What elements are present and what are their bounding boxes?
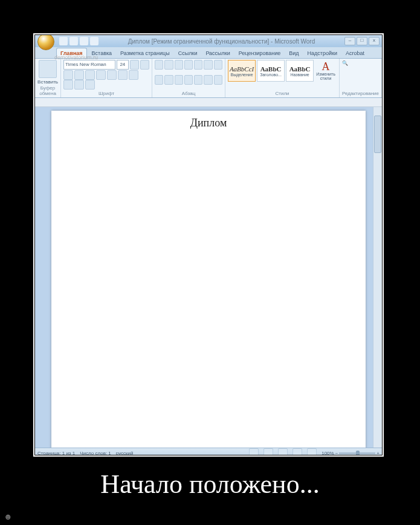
window-title: Диплом [Режим ограниченной функционально… <box>99 38 344 45</box>
undo-icon[interactable] <box>69 37 78 45</box>
paste-label: Вставить <box>37 79 58 85</box>
group-clipboard-label: Буфер обмена <box>37 85 58 96</box>
group-editing-label: Редактирование <box>342 90 379 96</box>
tab-mailings[interactable]: Рассылки <box>202 48 233 58</box>
grow-font-icon[interactable] <box>130 60 139 70</box>
tab-page-layout[interactable]: Разметка страницы <box>117 48 173 58</box>
paste-icon[interactable] <box>39 60 57 78</box>
status-page[interactable]: Страница: 1 из 1 <box>37 451 75 455</box>
superscript-icon[interactable] <box>118 70 128 80</box>
group-font: Times New Roman 24 <box>61 59 152 97</box>
zoom-value[interactable]: 100% <box>321 451 334 455</box>
style-heading[interactable]: AaBbC Заголово... <box>257 60 285 82</box>
subscript-icon[interactable] <box>107 70 117 80</box>
view-print-layout-icon[interactable] <box>249 448 259 455</box>
tab-view[interactable]: Вид <box>285 48 302 58</box>
clear-format-icon[interactable] <box>85 80 95 90</box>
face-icon: ☻ <box>4 512 13 521</box>
minimize-button[interactable]: – <box>344 37 355 45</box>
tab-acrobat[interactable]: Acrobat <box>342 48 368 58</box>
align-right-icon[interactable] <box>175 75 183 85</box>
group-clipboard: Вставить Буфер обмена <box>35 59 61 97</box>
align-justify-icon[interactable] <box>184 75 193 85</box>
ribbon: Вставить Буфер обмена Times New Roman 24 <box>35 59 382 98</box>
group-editing: 🔍 Редактирование <box>340 59 382 97</box>
indent-inc-icon[interactable] <box>194 60 202 70</box>
zoom-in-icon[interactable]: + <box>376 451 380 455</box>
document-area: Диплом <box>35 107 382 448</box>
poster-caption: Начало положено... <box>0 469 420 500</box>
document-page[interactable]: Диплом <box>51 111 366 448</box>
align-center-icon[interactable] <box>164 75 173 85</box>
view-outline-icon[interactable] <box>292 448 302 455</box>
vertical-scrollbar[interactable] <box>373 107 382 448</box>
sort-icon[interactable] <box>204 60 212 70</box>
group-paragraph: Абзац <box>152 59 225 97</box>
font-color-icon[interactable] <box>74 80 84 90</box>
tab-addins[interactable]: Надстройки <box>304 48 341 58</box>
demotivator-poster: Диплом [Режим ограниченной функционально… <box>0 0 420 525</box>
watermark-text: demotivatorium.ru <box>54 54 98 60</box>
bold-icon[interactable] <box>63 70 73 80</box>
word-screenshot: Диплом [Режим ограниченной функционально… <box>35 35 382 455</box>
view-draft-icon[interactable] <box>307 448 317 455</box>
horizontal-ruler[interactable] <box>35 98 382 107</box>
shading-icon[interactable] <box>204 75 212 85</box>
view-web-icon[interactable] <box>278 448 288 455</box>
title-bar: Диплом [Режим ограниченной функционально… <box>35 35 382 47</box>
multilevel-icon[interactable] <box>175 60 183 70</box>
view-fullscreen-icon[interactable] <box>263 448 273 455</box>
zoom-slider[interactable] <box>339 452 375 454</box>
align-left-icon[interactable] <box>155 75 163 85</box>
group-styles-label: Стили <box>228 90 337 96</box>
show-marks-icon[interactable] <box>214 60 222 70</box>
font-name-combo[interactable]: Times New Roman <box>63 60 115 70</box>
quick-access-toolbar <box>59 37 99 45</box>
close-button[interactable]: x <box>369 37 380 45</box>
zoom-out-icon[interactable]: − <box>335 451 338 455</box>
redo-icon[interactable] <box>80 37 88 45</box>
style-title[interactable]: AaBbC Название <box>286 60 314 82</box>
maximize-button[interactable]: □ <box>357 37 367 45</box>
font-size-combo[interactable]: 24 <box>117 60 129 70</box>
status-bar: Страница: 1 из 1 Число слов: 1 русский 1… <box>35 448 382 455</box>
scrollbar-thumb[interactable] <box>374 116 381 153</box>
status-lang[interactable]: русский <box>116 451 134 455</box>
shrink-font-icon[interactable] <box>140 60 149 70</box>
line-spacing-icon[interactable] <box>194 75 202 85</box>
save-icon[interactable] <box>59 37 68 45</box>
group-styles: AaBbCcI Выделение AaBbC Заголово... AaBb… <box>225 59 340 97</box>
change-styles-icon: A <box>322 62 330 71</box>
group-font-label: Шрифт <box>63 90 149 96</box>
indent-dec-icon[interactable] <box>184 60 193 70</box>
tab-references[interactable]: Ссылки <box>175 48 201 58</box>
document-title-text: Диплом <box>51 117 366 129</box>
strike-icon[interactable] <box>96 70 106 80</box>
zoom-control: 100% − + <box>321 451 380 455</box>
print-icon[interactable] <box>90 37 99 45</box>
highlight-icon[interactable] <box>63 80 73 90</box>
group-paragraph-label: Абзац <box>155 90 222 96</box>
style-emphasis[interactable]: AaBbCcI Выделение <box>228 60 256 82</box>
bullets-icon[interactable] <box>155 60 163 70</box>
underline-icon[interactable] <box>85 70 95 80</box>
change-styles-button[interactable]: A Изменить стили <box>315 62 337 80</box>
numbering-icon[interactable] <box>164 60 173 70</box>
window-controls: – □ x <box>344 37 380 45</box>
borders-icon[interactable] <box>214 75 222 85</box>
tab-review[interactable]: Рецензирование <box>235 48 285 58</box>
status-words[interactable]: Число слов: 1 <box>80 451 111 455</box>
change-case-icon[interactable] <box>129 70 138 80</box>
italic-icon[interactable] <box>74 70 84 80</box>
find-button[interactable]: 🔍 <box>342 60 379 67</box>
